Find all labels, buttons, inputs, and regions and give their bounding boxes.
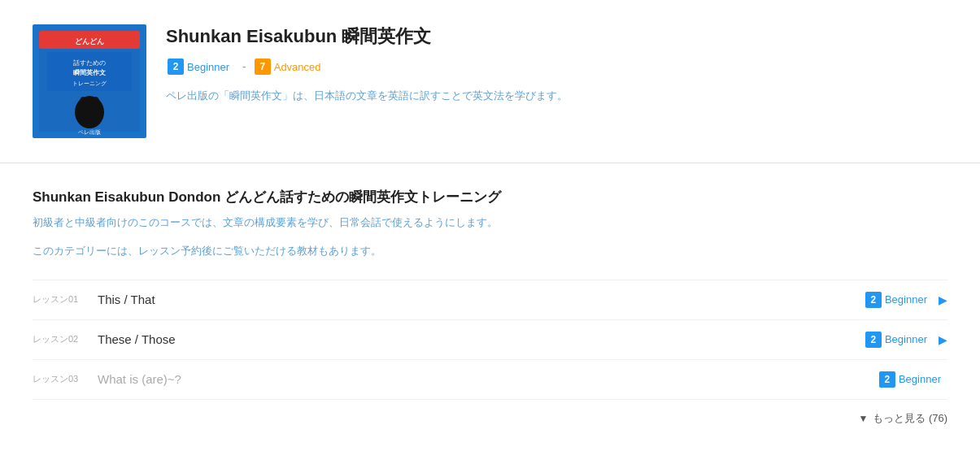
- lesson-name: What is (are)~?: [98, 372, 879, 386]
- lesson-name: These / Those: [98, 332, 865, 346]
- beginner-badge-num: 2: [168, 59, 184, 75]
- course-description: 初級者と中級者向けのこのコースでは、文章の構成要素を学び、日常会話で使えるように…: [33, 215, 947, 232]
- lesson-badge-label: Beginner: [885, 333, 927, 345]
- book-title: Shunkan Eisakubun 瞬間英作文: [166, 24, 927, 49]
- course-title: Shunkan Eisakubun Dondon どんどん話すための瞬間英作文ト…: [33, 188, 947, 206]
- more-row: ▼ もっと見る (76): [33, 400, 947, 426]
- book-info: Shunkan Eisakubun 瞬間英作文 2 Beginner - 7 A…: [166, 24, 927, 105]
- lesson-name: This / That: [98, 293, 865, 306]
- lesson-row: レッスン03What is (are)~?2Beginner: [33, 360, 947, 400]
- lesson-badge-label: Beginner: [899, 373, 941, 385]
- book-cover: どんどん 話すための 瞬間英作文 トレーニング ペレ出版: [33, 24, 146, 138]
- badges: 2 Beginner - 7 Advanced: [166, 57, 927, 76]
- book-description: ペレ出版の「瞬間英作文」は、日本語の文章を英語に訳すことで英文法を学びます。: [166, 88, 927, 105]
- beginner-badge: 2 Beginner: [166, 57, 236, 76]
- more-link[interactable]: もっと見る (76): [873, 411, 947, 426]
- lesson-level-badge: 2Beginner: [879, 371, 941, 388]
- lesson-level-badge: 2Beginner: [865, 292, 927, 308]
- bottom-section: Shunkan Eisakubun Dondon どんどん話すための瞬間英作文ト…: [0, 163, 980, 450]
- top-content: どんどん 話すための 瞬間英作文 トレーニング ペレ出版 Shunkan Eis…: [33, 24, 927, 138]
- top-section: どんどん 話すための 瞬間英作文 トレーニング ペレ出版 Shunkan Eis…: [0, 0, 980, 163]
- lesson-badge-num: 2: [879, 371, 895, 388]
- more-arrow-icon: ▼: [858, 413, 868, 424]
- advanced-badge-label: Advanced: [274, 61, 321, 73]
- svg-text:トレーニング: トレーニング: [72, 80, 107, 86]
- lesson-arrow-icon[interactable]: ▶: [939, 293, 947, 306]
- lesson-list: レッスン01This / That2Beginner▶レッスン02These /…: [33, 280, 947, 400]
- svg-text:瞬間英作文: 瞬間英作文: [73, 68, 106, 76]
- lesson-row[interactable]: レッスン02These / Those2Beginner▶: [33, 320, 947, 360]
- lesson-badge-label: Beginner: [885, 293, 927, 306]
- advanced-badge-num: 7: [255, 59, 271, 75]
- svg-point-11: [81, 100, 98, 116]
- lesson-row[interactable]: レッスン01This / That2Beginner▶: [33, 280, 947, 320]
- lesson-number: レッスン03: [33, 373, 98, 385]
- lesson-arrow-icon[interactable]: ▶: [939, 333, 947, 346]
- advanced-badge: 7 Advanced: [253, 57, 328, 76]
- course-note: このカテゴリーには、レッスン予約後にご覧いただける教材もあります。: [33, 243, 947, 260]
- lesson-number: レッスン02: [33, 333, 98, 345]
- beginner-badge-label: Beginner: [187, 61, 229, 73]
- lesson-badge-num: 2: [865, 292, 882, 308]
- badge-separator: -: [242, 60, 246, 73]
- lesson-level-badge: 2Beginner: [865, 332, 927, 348]
- svg-text:どんどん: どんどん: [75, 37, 104, 46]
- lesson-badge-num: 2: [865, 332, 882, 348]
- svg-text:話すための: 話すための: [73, 59, 106, 67]
- svg-text:ペレ出版: ペレ出版: [78, 129, 101, 135]
- lesson-number: レッスン01: [33, 293, 98, 306]
